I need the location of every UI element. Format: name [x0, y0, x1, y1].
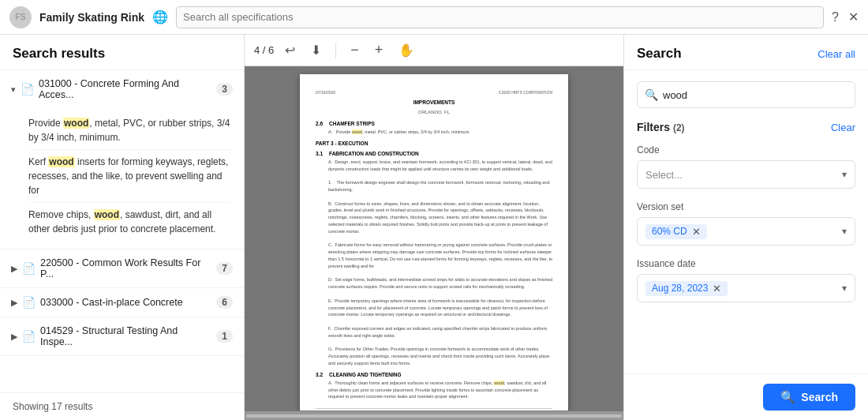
app-title: Family Skating Rink	[39, 11, 144, 24]
results-footer: Showing 17 results	[0, 392, 244, 420]
document-icon: 📄	[22, 330, 36, 343]
zoom-out-icon: −	[350, 42, 359, 58]
document-toolbar: 4 / 6 ↩ ⬇ − + ✋	[245, 35, 623, 66]
result-group-220500: ▶ 📄 220500 - Common Work Results For P..…	[0, 249, 244, 288]
right-panel: Search Clear all 🔍 Filters (2) Clear Cod…	[623, 35, 868, 420]
highlight-wood: wood	[48, 156, 74, 167]
close-icon: ✕	[848, 9, 859, 24]
app-logo: FS	[9, 6, 32, 28]
issuance-date-filter-section: Issuance date Aug 28, 2023 ✕ ▾	[637, 258, 855, 302]
close-button[interactable]: ✕	[848, 9, 859, 24]
issuance-date-remove-button[interactable]: ✕	[713, 283, 721, 294]
chevron-down-icon: ▾	[842, 169, 847, 180]
download-button[interactable]: ⬇	[306, 40, 326, 60]
globe-icon[interactable]: 🌐	[152, 9, 168, 24]
code-filter-section: Code Select... ▾	[637, 144, 855, 189]
center-panel: 4 / 6 ↩ ⬇ − + ✋ 07/16/2020	[245, 35, 623, 420]
scrollbar-thumb[interactable]	[246, 414, 622, 418]
search-panel-title: Search	[637, 46, 682, 62]
version-set-label: Version set	[637, 201, 855, 212]
doc-section: 2.6 CHAMFER STRIPS A. Provide wood, meta…	[316, 121, 552, 136]
filters-badge: (2)	[673, 122, 685, 133]
group-title: 033000 - Cast-in-place Concrete	[40, 297, 211, 308]
undo-icon: ↩	[285, 43, 295, 58]
result-group-header[interactable]: ▶ 📄 033000 - Cast-in-place Concrete 6	[0, 288, 244, 317]
main-content: Search results ▾ 📄 031000 - Concrete For…	[0, 35, 868, 420]
group-count: 1	[216, 330, 233, 343]
undo-button[interactable]: ↩	[280, 40, 300, 60]
document-page: 07/16/2020 C2020 HNTS CORPORATION IMPROV…	[300, 74, 568, 411]
version-set-filter-section: Version set 60% CD ✕ ▾	[637, 201, 855, 246]
doc-section-title: CHAMFER STRIPS	[329, 121, 375, 126]
document-icon: 📄	[22, 262, 36, 275]
code-filter-select[interactable]: Select... ▾	[637, 160, 855, 189]
document-view[interactable]: 07/16/2020 C2020 HNTS CORPORATION IMPROV…	[245, 66, 623, 411]
zoom-out-button[interactable]: −	[346, 39, 364, 61]
doc-section-title: FABRICATION AND CONSTRUCTION	[329, 151, 419, 156]
help-icon: ?	[832, 10, 839, 24]
issuance-date-tag: Aug 28, 2023 ✕	[645, 281, 728, 296]
doc-section: PART 3 - EXECUTION	[316, 141, 552, 146]
search-button-label: Search	[801, 391, 838, 403]
result-group-031000: ▾ 📄 031000 - Concrete Forming And Acces.…	[0, 70, 244, 249]
chevron-down-icon: ▾	[11, 84, 16, 95]
horizontal-scrollbar[interactable]	[245, 411, 623, 420]
search-button[interactable]: 🔍 Search	[763, 384, 855, 411]
right-panel-header: Search Clear all	[624, 35, 868, 70]
doc-corp-right: C2020 HNTS CORPORATION	[499, 90, 552, 95]
code-filter-label: Code	[637, 144, 855, 156]
pan-button[interactable]: ✋	[394, 40, 419, 60]
search-input-wrap: 🔍	[637, 81, 855, 108]
doc-section-para: A. Thoroughly clean forms and adjacent s…	[316, 380, 552, 400]
right-panel-body: 🔍 Filters (2) Clear Code Select... ▾	[624, 70, 868, 373]
filters-label: Filters (2)	[637, 121, 685, 133]
topbar: FS Family Skating Rink 🌐 ? ✕	[0, 0, 868, 35]
chevron-down-icon: ▾	[842, 283, 847, 294]
result-group-033000: ▶ 📄 033000 - Cast-in-place Concrete 6	[0, 288, 244, 317]
chevron-right-icon: ▶	[11, 332, 17, 342]
doc-section: 3.1 FABRICATION AND CONSTRUCTION A. Desi…	[316, 151, 552, 367]
topbar-actions: ? ✕	[832, 9, 859, 24]
global-search-input[interactable]	[176, 6, 824, 28]
doc-section-para: A. Provide wood, metal, PVC, or rubber s…	[316, 129, 552, 136]
doc-part-title: PART 3 - EXECUTION	[316, 141, 552, 146]
right-panel-footer: 🔍 Search	[624, 373, 868, 420]
doc-section-para: A. Design, erect, support, brace, and ma…	[316, 159, 552, 367]
help-button[interactable]: ?	[832, 10, 839, 24]
doc-date-left: 07/16/2020	[316, 90, 335, 95]
issuance-date-select[interactable]: Aug 28, 2023 ✕ ▾	[637, 274, 855, 302]
clear-filters-button[interactable]: Clear	[831, 122, 855, 133]
version-set-remove-button[interactable]: ✕	[692, 226, 701, 238]
doc-section-num: 3.2	[316, 372, 323, 377]
result-group-014529: ▶ 📄 014529 - Structural Testing And Insp…	[0, 317, 244, 356]
result-group-header[interactable]: ▶ 📄 014529 - Structural Testing And Insp…	[0, 317, 244, 355]
group-title: 014529 - Structural Testing And Inspe...	[40, 325, 211, 347]
issuance-date-value: Aug 28, 2023	[652, 283, 708, 294]
version-set-select[interactable]: 60% CD ✕ ▾	[637, 217, 855, 246]
list-item[interactable]: Kerf wood inserts for forming keyways, r…	[28, 150, 231, 203]
pan-icon: ✋	[398, 43, 414, 58]
result-group-header[interactable]: ▶ 📄 220500 - Common Work Results For P..…	[0, 249, 244, 287]
chevron-down-icon: ▾	[842, 226, 847, 237]
zoom-in-button[interactable]: +	[370, 39, 388, 61]
doc-page-header: IMPROVEMENTS	[316, 99, 552, 105]
list-item[interactable]: Remove chips, wood, sawdust, dirt, and a…	[28, 203, 231, 241]
highlight-wood: wood	[94, 209, 120, 220]
chevron-right-icon: ▶	[11, 298, 17, 308]
search-input[interactable]	[637, 81, 855, 108]
clear-all-button[interactable]: Clear all	[817, 48, 855, 60]
search-icon: 🔍	[645, 88, 658, 101]
download-icon: ⬇	[311, 43, 321, 58]
result-items: Provide wood, metal, PVC, or rubber stri…	[0, 108, 244, 249]
search-results-title: Search results	[0, 35, 244, 70]
document-icon: 📄	[22, 296, 36, 309]
list-item[interactable]: Provide wood, metal, PVC, or rubber stri…	[28, 111, 231, 150]
left-panel: Search results ▾ 📄 031000 - Concrete For…	[0, 35, 245, 420]
search-results-list: ▾ 📄 031000 - Concrete Forming And Acces.…	[0, 70, 244, 392]
chevron-right-icon: ▶	[11, 264, 17, 274]
document-icon: 📄	[21, 83, 34, 96]
doc-section: 3.2 CLEANING AND TIGHTENING A. Thoroughl…	[316, 372, 552, 400]
version-set-tag: 60% CD ✕	[645, 224, 707, 239]
filters-row: Filters (2) Clear	[637, 121, 855, 133]
result-group-header[interactable]: ▾ 📄 031000 - Concrete Forming And Acces.…	[0, 70, 244, 108]
